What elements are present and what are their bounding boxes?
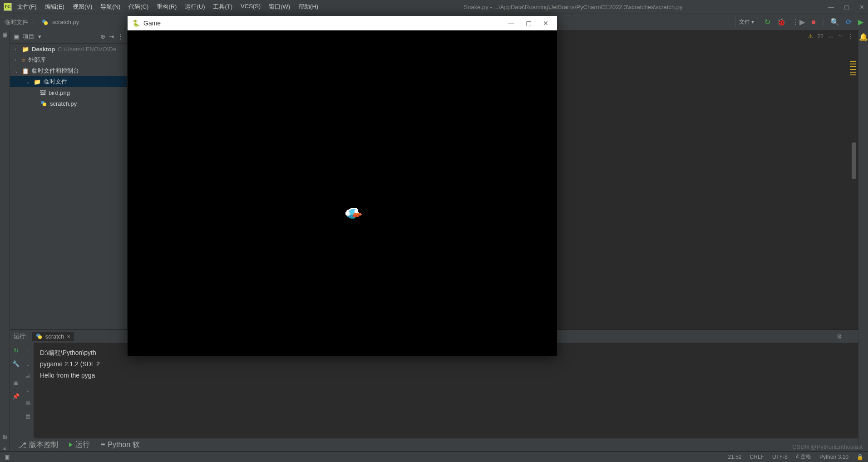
game-canvas[interactable]	[128, 30, 557, 356]
soft-wrap-icon[interactable]: ⏎	[25, 374, 30, 380]
notifications-icon[interactable]: 🔔	[859, 33, 868, 41]
tree-row-desktop[interactable]: › 📁 Desktop C:\Users\LENOVO\De	[10, 44, 127, 54]
breadcrumb-item[interactable]: 临时文件	[5, 18, 28, 26]
menu-window[interactable]: 窗口(W)	[269, 3, 290, 11]
scrollbar-thumb[interactable]	[852, 143, 856, 179]
warning-mark[interactable]	[850, 64, 856, 64]
bottom-tab-python[interactable]: ≡Python 软	[96, 439, 144, 451]
chevron-down-icon[interactable]: ⌄	[26, 79, 31, 84]
dropdown-icon[interactable]: ▾	[38, 33, 41, 40]
editor-more-icon[interactable]: ⋮	[848, 33, 853, 39]
warning-mark[interactable]	[850, 66, 856, 67]
bottom-tab-run[interactable]: 运行	[64, 439, 94, 451]
menu-navigate[interactable]: 导航(N)	[100, 3, 120, 11]
project-title: 项目	[23, 33, 35, 41]
wrench-icon[interactable]: 🔧	[12, 360, 20, 367]
chevron-right-icon[interactable]: ›	[15, 47, 19, 52]
folder-icon: 📁	[22, 46, 29, 53]
game-close-icon[interactable]: ✕	[539, 20, 552, 27]
status-interpreter[interactable]: Python 3.10	[819, 454, 848, 460]
svg-rect-10	[347, 210, 349, 211]
tree-row-scratch-folder[interactable]: ⌄ 📁 临时文件	[10, 76, 127, 87]
play-icon[interactable]: ▶	[858, 18, 863, 26]
debug-icon[interactable]: 🐞	[777, 18, 786, 26]
tree-row-scratches[interactable]: ⌄ 📋 临时文件和控制台	[10, 65, 127, 76]
sync-icon[interactable]: ⟳	[846, 18, 852, 26]
collapse-icon[interactable]: ⇥	[109, 33, 114, 40]
lock-icon[interactable]: 🔒	[857, 454, 863, 460]
console-output[interactable]: D:\编程\Python\pyth pygame 2.1.2 (SDL 2 He…	[34, 343, 858, 438]
gear-icon[interactable]: ⚙	[837, 333, 842, 340]
run-icon[interactable]: ↻	[764, 18, 770, 26]
more-run-icon[interactable]: ⋮▶	[792, 18, 805, 26]
menu-tools[interactable]: 工具(T)	[213, 3, 232, 11]
menu-vcs[interactable]: VCS(S)	[241, 3, 261, 11]
project-icon: ▣	[14, 33, 19, 40]
run-config-select[interactable]: 文件 ▾	[735, 17, 758, 27]
menu-code[interactable]: 代码(C)	[128, 3, 148, 11]
tree-row-file[interactable]: scratch.py	[10, 98, 127, 109]
status-line-sep[interactable]: CRLF	[750, 454, 764, 460]
warning-mark[interactable]	[850, 72, 856, 73]
menu-refactor[interactable]: 重构(R)	[157, 3, 177, 11]
svg-rect-14	[358, 210, 359, 211]
chevron-down-icon[interactable]: ⌄	[15, 69, 19, 74]
status-indent[interactable]: 4 空格	[796, 453, 811, 461]
run-body: ↻ 🔧 ▣ 📌 ↑ ↓ ⏎ ⤓ 🖶 🗑 D:\编程\Python\pyth py…	[10, 343, 858, 438]
game-minimize-icon[interactable]: —	[504, 20, 518, 27]
tree-row-file[interactable]: 🖼 bird.png	[10, 87, 127, 98]
print-icon[interactable]: 🖶	[25, 400, 31, 407]
menu-file[interactable]: 文件(F)	[17, 3, 37, 11]
status-tool-icon[interactable]: ▣	[5, 454, 10, 460]
project-tree: › 📁 Desktop C:\Users\LENOVO\De › ≡ 外部库 ⌄…	[10, 44, 127, 338]
warning-mark[interactable]	[850, 61, 856, 62]
warning-icon[interactable]: ⚠	[808, 33, 813, 39]
console-line: Hello from the pyga	[40, 370, 852, 381]
scroll-end-icon[interactable]: ⤓	[25, 387, 30, 393]
structure-tool-icon[interactable]: ≡	[4, 446, 6, 451]
warning-mark[interactable]	[850, 69, 856, 70]
play-icon	[69, 442, 73, 447]
close-tab-icon[interactable]: ×	[67, 333, 71, 340]
run-tab-active[interactable]: scratch ×	[32, 332, 74, 341]
target-icon[interactable]: ⊕	[100, 33, 105, 40]
status-bar: ▣ 21:52 CRLF UTF-8 4 空格 Python 3.10 🔒	[0, 451, 868, 462]
breadcrumb-item[interactable]: scratch.py	[52, 19, 79, 25]
rerun-icon[interactable]: ↻	[14, 347, 19, 354]
run-gutter-2: ↑ ↓ ⏎ ⤓ 🖶 🗑	[22, 343, 34, 438]
next-highlight-icon[interactable]: ﹀	[838, 33, 843, 40]
stop-icon[interactable]: ■	[811, 18, 816, 26]
minimize-panel-icon[interactable]: —	[848, 333, 853, 340]
minimize-icon[interactable]: —	[828, 4, 834, 10]
menu-run[interactable]: 运行(U)	[185, 3, 205, 11]
status-caret-pos[interactable]: 21:52	[728, 454, 742, 460]
search-icon[interactable]: 🔍	[830, 18, 839, 26]
run-tools: ⚙ —	[837, 333, 858, 340]
game-maximize-icon[interactable]: ▢	[522, 20, 535, 27]
svg-rect-9	[355, 209, 357, 210]
menu-edit[interactable]: 编辑(E)	[45, 3, 64, 11]
bottom-tab-vcs[interactable]: ⎇版本控制	[14, 439, 63, 451]
close-icon[interactable]: ✕	[859, 4, 864, 10]
pin-icon[interactable]: 📌	[12, 393, 20, 400]
tab-label: 运行	[75, 440, 90, 450]
svg-point-1	[44, 21, 48, 25]
up-icon[interactable]: ↑	[26, 347, 30, 354]
trash-icon[interactable]: 🗑	[25, 413, 31, 420]
status-encoding[interactable]: UTF-8	[772, 454, 788, 460]
warning-mark[interactable]	[850, 74, 856, 75]
tree-label: 外部库	[28, 56, 46, 64]
prev-highlight-icon[interactable]: ︿	[828, 33, 833, 40]
settings-icon[interactable]: ⋮	[118, 33, 123, 40]
menu-view[interactable]: 视图(V)	[73, 3, 92, 11]
warning-count[interactable]: 22	[818, 33, 824, 39]
tab-label: Python 软	[108, 440, 139, 450]
chevron-right-icon[interactable]: ›	[15, 58, 19, 63]
tree-row-ext-libs[interactable]: › ≡ 外部库	[10, 54, 127, 65]
menu-help[interactable]: 帮助(H)	[298, 3, 318, 11]
project-tool-icon[interactable]: ▣	[3, 33, 7, 38]
maximize-icon[interactable]: ▢	[844, 4, 849, 10]
layout-icon[interactable]: ▣	[13, 380, 19, 387]
down-icon[interactable]: ↓	[26, 360, 30, 367]
svg-rect-29	[353, 216, 359, 216]
